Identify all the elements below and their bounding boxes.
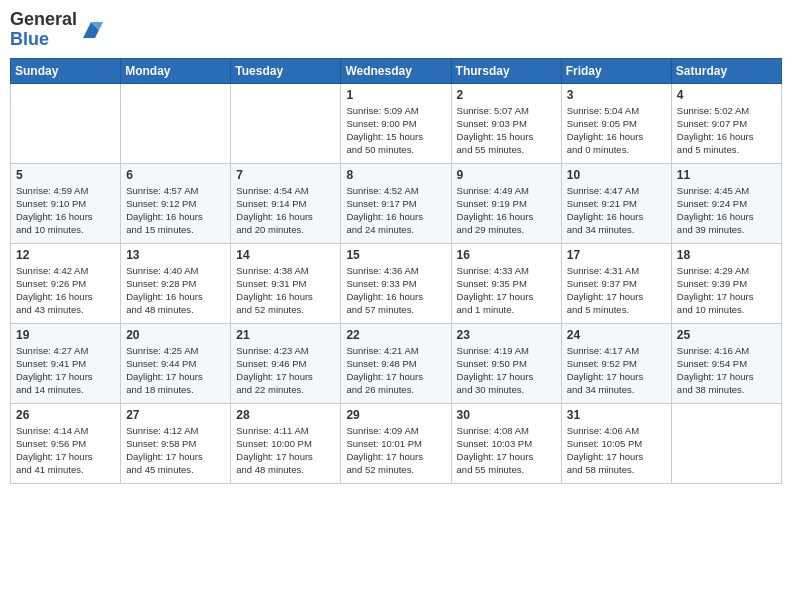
calendar-cell: 13Sunrise: 4:40 AM Sunset: 9:28 PM Dayli…	[121, 243, 231, 323]
calendar-cell	[671, 403, 781, 483]
calendar-cell: 2Sunrise: 5:07 AM Sunset: 9:03 PM Daylig…	[451, 83, 561, 163]
day-info: Sunrise: 4:17 AM Sunset: 9:52 PM Dayligh…	[567, 344, 666, 397]
calendar-cell: 27Sunrise: 4:12 AM Sunset: 9:58 PM Dayli…	[121, 403, 231, 483]
day-info: Sunrise: 5:07 AM Sunset: 9:03 PM Dayligh…	[457, 104, 556, 157]
week-row-2: 5Sunrise: 4:59 AM Sunset: 9:10 PM Daylig…	[11, 163, 782, 243]
day-info: Sunrise: 4:45 AM Sunset: 9:24 PM Dayligh…	[677, 184, 776, 237]
day-info: Sunrise: 5:02 AM Sunset: 9:07 PM Dayligh…	[677, 104, 776, 157]
calendar-cell: 12Sunrise: 4:42 AM Sunset: 9:26 PM Dayli…	[11, 243, 121, 323]
day-header-wednesday: Wednesday	[341, 58, 451, 83]
day-number: 19	[16, 328, 115, 342]
day-info: Sunrise: 4:14 AM Sunset: 9:56 PM Dayligh…	[16, 424, 115, 477]
day-info: Sunrise: 4:25 AM Sunset: 9:44 PM Dayligh…	[126, 344, 225, 397]
calendar-cell: 31Sunrise: 4:06 AM Sunset: 10:05 PM Dayl…	[561, 403, 671, 483]
day-number: 28	[236, 408, 335, 422]
day-number: 11	[677, 168, 776, 182]
day-info: Sunrise: 4:42 AM Sunset: 9:26 PM Dayligh…	[16, 264, 115, 317]
day-number: 31	[567, 408, 666, 422]
calendar-cell: 5Sunrise: 4:59 AM Sunset: 9:10 PM Daylig…	[11, 163, 121, 243]
day-info: Sunrise: 4:57 AM Sunset: 9:12 PM Dayligh…	[126, 184, 225, 237]
day-info: Sunrise: 4:08 AM Sunset: 10:03 PM Daylig…	[457, 424, 556, 477]
calendar-cell: 4Sunrise: 5:02 AM Sunset: 9:07 PM Daylig…	[671, 83, 781, 163]
day-number: 23	[457, 328, 556, 342]
calendar-cell: 11Sunrise: 4:45 AM Sunset: 9:24 PM Dayli…	[671, 163, 781, 243]
day-info: Sunrise: 4:12 AM Sunset: 9:58 PM Dayligh…	[126, 424, 225, 477]
calendar-cell: 6Sunrise: 4:57 AM Sunset: 9:12 PM Daylig…	[121, 163, 231, 243]
day-number: 6	[126, 168, 225, 182]
day-header-tuesday: Tuesday	[231, 58, 341, 83]
week-row-5: 26Sunrise: 4:14 AM Sunset: 9:56 PM Dayli…	[11, 403, 782, 483]
day-number: 22	[346, 328, 445, 342]
day-number: 30	[457, 408, 556, 422]
calendar-cell: 14Sunrise: 4:38 AM Sunset: 9:31 PM Dayli…	[231, 243, 341, 323]
calendar-cell: 19Sunrise: 4:27 AM Sunset: 9:41 PM Dayli…	[11, 323, 121, 403]
calendar-cell: 18Sunrise: 4:29 AM Sunset: 9:39 PM Dayli…	[671, 243, 781, 323]
calendar-cell: 28Sunrise: 4:11 AM Sunset: 10:00 PM Dayl…	[231, 403, 341, 483]
day-number: 21	[236, 328, 335, 342]
day-number: 5	[16, 168, 115, 182]
day-number: 4	[677, 88, 776, 102]
day-info: Sunrise: 5:09 AM Sunset: 9:00 PM Dayligh…	[346, 104, 445, 157]
day-info: Sunrise: 4:31 AM Sunset: 9:37 PM Dayligh…	[567, 264, 666, 317]
calendar-cell: 8Sunrise: 4:52 AM Sunset: 9:17 PM Daylig…	[341, 163, 451, 243]
day-number: 14	[236, 248, 335, 262]
calendar-cell: 29Sunrise: 4:09 AM Sunset: 10:01 PM Dayl…	[341, 403, 451, 483]
day-number: 17	[567, 248, 666, 262]
calendar-cell: 3Sunrise: 5:04 AM Sunset: 9:05 PM Daylig…	[561, 83, 671, 163]
day-info: Sunrise: 4:59 AM Sunset: 9:10 PM Dayligh…	[16, 184, 115, 237]
day-info: Sunrise: 4:36 AM Sunset: 9:33 PM Dayligh…	[346, 264, 445, 317]
day-number: 7	[236, 168, 335, 182]
calendar-cell: 23Sunrise: 4:19 AM Sunset: 9:50 PM Dayli…	[451, 323, 561, 403]
calendar-cell: 24Sunrise: 4:17 AM Sunset: 9:52 PM Dayli…	[561, 323, 671, 403]
day-number: 24	[567, 328, 666, 342]
day-number: 8	[346, 168, 445, 182]
calendar-cell: 26Sunrise: 4:14 AM Sunset: 9:56 PM Dayli…	[11, 403, 121, 483]
calendar-cell: 9Sunrise: 4:49 AM Sunset: 9:19 PM Daylig…	[451, 163, 561, 243]
day-number: 13	[126, 248, 225, 262]
day-info: Sunrise: 4:33 AM Sunset: 9:35 PM Dayligh…	[457, 264, 556, 317]
day-info: Sunrise: 4:49 AM Sunset: 9:19 PM Dayligh…	[457, 184, 556, 237]
day-header-sunday: Sunday	[11, 58, 121, 83]
day-info: Sunrise: 5:04 AM Sunset: 9:05 PM Dayligh…	[567, 104, 666, 157]
day-header-thursday: Thursday	[451, 58, 561, 83]
day-number: 16	[457, 248, 556, 262]
logo: General Blue	[10, 10, 103, 50]
day-number: 29	[346, 408, 445, 422]
calendar-cell	[231, 83, 341, 163]
day-number: 2	[457, 88, 556, 102]
calendar-table: SundayMondayTuesdayWednesdayThursdayFrid…	[10, 58, 782, 484]
calendar-cell: 15Sunrise: 4:36 AM Sunset: 9:33 PM Dayli…	[341, 243, 451, 323]
page-header: General Blue	[10, 10, 782, 50]
calendar-cell: 16Sunrise: 4:33 AM Sunset: 9:35 PM Dayli…	[451, 243, 561, 323]
logo-general: General	[10, 9, 77, 29]
day-info: Sunrise: 4:09 AM Sunset: 10:01 PM Daylig…	[346, 424, 445, 477]
calendar-cell	[11, 83, 121, 163]
day-info: Sunrise: 4:19 AM Sunset: 9:50 PM Dayligh…	[457, 344, 556, 397]
day-number: 3	[567, 88, 666, 102]
day-info: Sunrise: 4:54 AM Sunset: 9:14 PM Dayligh…	[236, 184, 335, 237]
day-number: 27	[126, 408, 225, 422]
calendar-cell: 21Sunrise: 4:23 AM Sunset: 9:46 PM Dayli…	[231, 323, 341, 403]
day-header-friday: Friday	[561, 58, 671, 83]
day-number: 25	[677, 328, 776, 342]
calendar-cell: 17Sunrise: 4:31 AM Sunset: 9:37 PM Dayli…	[561, 243, 671, 323]
day-number: 9	[457, 168, 556, 182]
day-info: Sunrise: 4:06 AM Sunset: 10:05 PM Daylig…	[567, 424, 666, 477]
day-number: 18	[677, 248, 776, 262]
day-info: Sunrise: 4:52 AM Sunset: 9:17 PM Dayligh…	[346, 184, 445, 237]
day-info: Sunrise: 4:40 AM Sunset: 9:28 PM Dayligh…	[126, 264, 225, 317]
day-info: Sunrise: 4:47 AM Sunset: 9:21 PM Dayligh…	[567, 184, 666, 237]
day-header-monday: Monday	[121, 58, 231, 83]
day-info: Sunrise: 4:16 AM Sunset: 9:54 PM Dayligh…	[677, 344, 776, 397]
logo-icon	[79, 18, 103, 42]
calendar-cell	[121, 83, 231, 163]
calendar-cell: 20Sunrise: 4:25 AM Sunset: 9:44 PM Dayli…	[121, 323, 231, 403]
week-row-4: 19Sunrise: 4:27 AM Sunset: 9:41 PM Dayli…	[11, 323, 782, 403]
day-info: Sunrise: 4:23 AM Sunset: 9:46 PM Dayligh…	[236, 344, 335, 397]
week-row-3: 12Sunrise: 4:42 AM Sunset: 9:26 PM Dayli…	[11, 243, 782, 323]
day-info: Sunrise: 4:29 AM Sunset: 9:39 PM Dayligh…	[677, 264, 776, 317]
day-info: Sunrise: 4:27 AM Sunset: 9:41 PM Dayligh…	[16, 344, 115, 397]
calendar-cell: 22Sunrise: 4:21 AM Sunset: 9:48 PM Dayli…	[341, 323, 451, 403]
logo-blue: Blue	[10, 29, 49, 49]
day-number: 26	[16, 408, 115, 422]
